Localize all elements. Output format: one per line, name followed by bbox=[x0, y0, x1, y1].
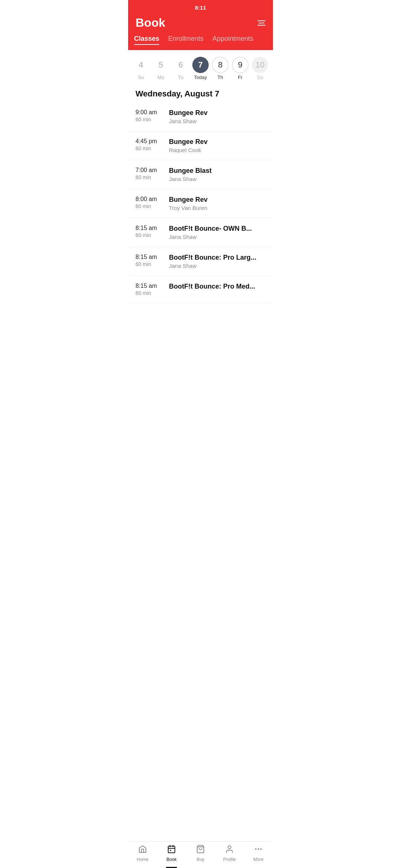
date-day-5: Mo bbox=[157, 75, 164, 80]
class-info-1: Bungee Rev Jana Shaw bbox=[169, 109, 265, 124]
date-number-9: 9 bbox=[232, 57, 248, 73]
class-time-5: 8:15 am 60 min bbox=[136, 225, 169, 238]
class-time-7: 8:15 am 60 min bbox=[136, 283, 169, 296]
tab-classes[interactable]: Classes bbox=[134, 35, 159, 45]
class-item-2[interactable]: 4:45 pm 60 min Bungee Rev Raquel Cook bbox=[128, 131, 273, 160]
date-day-9: Fr bbox=[238, 75, 242, 80]
date-7[interactable]: 7 Today bbox=[192, 57, 209, 80]
date-day-10: Sa bbox=[257, 75, 263, 80]
date-5[interactable]: 5 Mo bbox=[152, 57, 170, 80]
class-info-6: BootF!t Bounce: Pro Larg... Jana Shaw bbox=[169, 254, 265, 269]
date-10[interactable]: 10 Sa bbox=[251, 57, 269, 80]
class-time-3: 7:00 am 60 min bbox=[136, 167, 169, 180]
class-info-3: Bungee Blast Jana Shaw bbox=[169, 167, 265, 182]
date-6[interactable]: 6 Tu bbox=[172, 57, 190, 80]
date-day-7: Today bbox=[194, 75, 207, 80]
class-info-2: Bungee Rev Raquel Cook bbox=[169, 138, 265, 153]
class-item-3[interactable]: 7:00 am 60 min Bungee Blast Jana Shaw bbox=[128, 160, 273, 189]
class-item-1[interactable]: 9:00 am 60 min Bungee Rev Jana Shaw bbox=[128, 102, 273, 131]
class-list: 9:00 am 60 min Bungee Rev Jana Shaw 4:45… bbox=[128, 102, 273, 333]
header: Book bbox=[128, 13, 273, 35]
class-info-5: BootF!t Bounce- OWN B... Jana Shaw bbox=[169, 225, 265, 240]
date-9[interactable]: 9 Fr bbox=[231, 57, 249, 80]
tab-appointments[interactable]: Appointments bbox=[212, 35, 253, 45]
date-heading: Wednesday, August 7 bbox=[128, 84, 273, 102]
class-info-7: BootF!t Bounce: Pro Med... bbox=[169, 283, 265, 292]
class-item-5[interactable]: 8:15 am 60 min BootF!t Bounce- OWN B... … bbox=[128, 218, 273, 247]
filter-button[interactable] bbox=[257, 20, 265, 26]
date-picker: 4 Su 5 Mo 6 Tu 7 Today 8 Th 9 Fr 10 Sa bbox=[128, 50, 273, 84]
page-title: Book bbox=[136, 16, 165, 30]
class-time-1: 9:00 am 60 min bbox=[136, 109, 169, 122]
date-number-10: 10 bbox=[252, 57, 268, 73]
tabs-bar: Classes Enrollments Appointments bbox=[128, 35, 273, 50]
tab-enrollments[interactable]: Enrollments bbox=[168, 35, 203, 45]
date-number-4: 4 bbox=[133, 57, 149, 73]
class-item-7[interactable]: 8:15 am 60 min BootF!t Bounce: Pro Med..… bbox=[128, 276, 273, 303]
date-number-7: 7 bbox=[192, 57, 209, 73]
status-time: 8:11 bbox=[195, 4, 206, 11]
class-time-2: 4:45 pm 60 min bbox=[136, 138, 169, 151]
class-item-6[interactable]: 8:15 am 60 min BootF!t Bounce: Pro Larg.… bbox=[128, 247, 273, 276]
date-day-6: Tu bbox=[178, 75, 183, 80]
date-8[interactable]: 8 Th bbox=[211, 57, 229, 80]
class-time-4: 8:00 am 60 min bbox=[136, 196, 169, 209]
date-4[interactable]: 4 Su bbox=[132, 57, 150, 80]
class-info-4: Bungee Rev Troy Van Buren bbox=[169, 196, 265, 211]
date-number-8: 8 bbox=[212, 57, 228, 73]
class-time-6: 8:15 am 60 min bbox=[136, 254, 169, 267]
status-bar: 8:11 bbox=[128, 0, 273, 13]
date-number-6: 6 bbox=[173, 57, 189, 73]
date-number-5: 5 bbox=[153, 57, 169, 73]
class-item-4[interactable]: 8:00 am 60 min Bungee Rev Troy Van Buren bbox=[128, 189, 273, 218]
date-day-8: Th bbox=[218, 75, 223, 80]
date-day-4: Su bbox=[138, 75, 144, 80]
